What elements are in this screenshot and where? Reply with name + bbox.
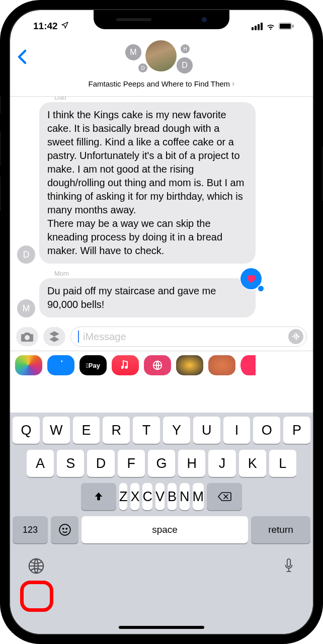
key-i[interactable]: I	[223, 417, 251, 444]
svg-point-5	[59, 524, 70, 535]
key-t[interactable]: T	[133, 417, 160, 444]
group-avatar[interactable]: M H D D	[121, 37, 202, 77]
sender-label-mom: Mom	[15, 270, 308, 277]
key-y[interactable]: Y	[163, 417, 190, 444]
voice-message-button[interactable]	[288, 329, 303, 344]
key-v[interactable]: V	[155, 483, 165, 510]
back-button[interactable]	[17, 49, 27, 66]
avatar-photo	[145, 40, 177, 71]
svg-point-7	[66, 528, 67, 529]
key-l[interactable]: L	[269, 450, 296, 477]
silence-switch	[0, 96, 1, 114]
svg-point-3	[25, 335, 30, 340]
emoji-key[interactable]	[51, 516, 78, 543]
key-a[interactable]: A	[27, 450, 54, 477]
chevron-right-icon: ›	[232, 79, 234, 88]
cellular-signal-icon	[252, 23, 263, 30]
keyboard: QWERTYUIOP ASDFGHJKL ZXCVBNM 123 space r…	[10, 413, 313, 634]
message-row-dad: D I think the Kings cake is my new favor…	[15, 102, 308, 264]
home-indicator[interactable]	[119, 626, 204, 629]
key-x[interactable]: X	[130, 483, 139, 510]
key-g[interactable]: G	[148, 450, 175, 477]
backspace-key[interactable]	[207, 483, 242, 510]
app-photos[interactable]	[15, 355, 42, 375]
text-cursor	[78, 331, 79, 343]
avatar-d-small: D	[138, 63, 147, 72]
message-bubble-dad[interactable]: I think the Kings cake is my new favorit…	[39, 102, 256, 264]
dictation-key[interactable]	[282, 557, 295, 577]
volume-up-button	[0, 131, 1, 166]
app-pay[interactable]: Pay	[79, 355, 107, 375]
key-q[interactable]: Q	[13, 417, 40, 444]
volume-down-button	[0, 176, 1, 211]
svg-rect-9	[287, 559, 291, 567]
app-memoji-2[interactable]	[208, 355, 235, 375]
message-placeholder: iMessage	[83, 331, 284, 343]
key-w[interactable]: W	[43, 417, 70, 444]
message-input[interactable]: iMessage	[70, 327, 307, 347]
avatar-m: M	[125, 44, 141, 60]
message-bubble-mom[interactable]: Du paid off my staircase and gave me 90,…	[39, 278, 256, 317]
key-p[interactable]: P	[283, 417, 310, 444]
location-arrow-icon	[61, 21, 69, 32]
app-strip: Pay	[10, 351, 313, 379]
app-store[interactable]	[47, 355, 74, 375]
avatar-d: D	[177, 57, 193, 73]
key-u[interactable]: U	[193, 417, 220, 444]
phone-frame: 11:42 M H	[0, 0, 323, 644]
sender-label-dad: Dad	[15, 97, 308, 101]
svg-rect-2	[292, 25, 294, 28]
message-avatar-dad: D	[17, 246, 35, 264]
app-drawer-button[interactable]	[43, 327, 65, 346]
return-key[interactable]: return	[251, 516, 310, 543]
key-c[interactable]: C	[142, 483, 152, 510]
numbers-key[interactable]: 123	[13, 516, 48, 543]
key-k[interactable]: K	[239, 450, 266, 477]
key-e[interactable]: E	[73, 417, 100, 444]
space-key[interactable]: space	[82, 516, 248, 543]
message-row-mom: M Du paid off my staircase and gave me 9…	[15, 278, 308, 317]
key-m[interactable]: M	[193, 483, 204, 510]
compose-row: iMessage	[10, 324, 313, 351]
chat-area: Dad D I think the Kings cake is my new f…	[10, 97, 313, 324]
key-s[interactable]: S	[57, 450, 84, 477]
svg-point-6	[62, 528, 63, 529]
key-f[interactable]: F	[118, 450, 145, 477]
app-heart[interactable]	[240, 355, 256, 375]
tutorial-highlight	[20, 581, 53, 612]
status-time: 11:42	[33, 21, 58, 32]
key-d[interactable]: D	[87, 450, 114, 477]
group-title-row[interactable]: Famtastic Peeps and Where to Find Them ›	[10, 77, 313, 88]
svg-rect-1	[280, 24, 291, 29]
key-o[interactable]: O	[253, 417, 280, 444]
globe-key[interactable]	[28, 557, 45, 577]
group-title: Famtastic Peeps and Where to Find Them	[89, 79, 230, 88]
key-r[interactable]: R	[103, 417, 130, 444]
app-translate[interactable]	[144, 355, 171, 375]
camera-button[interactable]	[16, 327, 38, 346]
wifi-icon	[266, 22, 276, 30]
notch	[94, 10, 229, 29]
app-memoji-1[interactable]	[176, 355, 203, 375]
shift-key[interactable]	[81, 483, 116, 510]
key-j[interactable]: J	[208, 450, 235, 477]
battery-icon	[279, 23, 294, 30]
key-h[interactable]: H	[178, 450, 205, 477]
app-music[interactable]	[112, 355, 139, 375]
key-n[interactable]: N	[180, 483, 190, 510]
key-z[interactable]: Z	[119, 483, 128, 510]
heart-reaction-icon[interactable]	[240, 268, 262, 289]
key-b[interactable]: B	[168, 483, 177, 510]
avatar-h: H	[181, 44, 190, 53]
screen: 11:42 M H	[10, 10, 313, 634]
message-avatar-mom: M	[17, 299, 35, 317]
